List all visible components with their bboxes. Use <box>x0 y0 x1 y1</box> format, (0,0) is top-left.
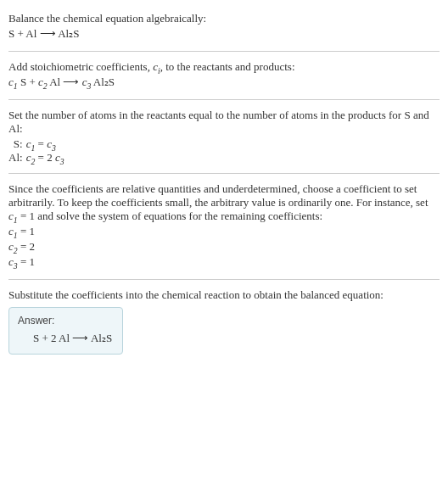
solve-text-a: Since the coefficients are relative quan… <box>8 182 428 209</box>
balance-equations: S: c1 = c3 Al: c2 = 2 c3 <box>8 137 70 165</box>
answer-label: Answer: <box>18 315 112 327</box>
coeff-text-a: Add stoichiometric coefficients, <box>8 60 153 73</box>
solve-c1: c1 <box>8 209 18 222</box>
solution-c2: c2 = 2 <box>8 240 440 254</box>
intro-text: Balance the chemical equation algebraica… <box>8 12 440 25</box>
c1: c1 <box>8 75 18 88</box>
table-row: S: c1 = c3 <box>8 137 70 151</box>
balance-text: Set the number of atoms in the reactants… <box>8 109 440 136</box>
r2: Al ⟶ <box>48 75 82 88</box>
section-intro: Balance the chemical equation algebraica… <box>8 3 440 52</box>
solution-c3: c3 = 1 <box>8 255 440 269</box>
section-result: Substitute the coefficients into the che… <box>8 280 440 363</box>
coeff-equation: c1 S + c2 Al ⟶ c3 Al₂S <box>8 75 440 89</box>
coeff-text-b: , to the reactants and products: <box>160 60 295 73</box>
balanced-equation: S + 2 Al ⟶ Al₂S <box>18 332 112 345</box>
section-coefficients: Add stoichiometric coefficients, ci, to … <box>8 52 440 100</box>
table-row: Al: c2 = 2 c3 <box>8 151 70 165</box>
r3: Al₂S <box>91 75 115 88</box>
section-solve: Since the coefficients are relative quan… <box>8 174 440 280</box>
row-label: S: <box>8 137 26 151</box>
coeff-text: Add stoichiometric coefficients, ci, to … <box>8 60 440 74</box>
result-text: Substitute the coefficients into the che… <box>8 288 440 302</box>
section-atom-balance: Set the number of atoms in the reactants… <box>8 100 440 174</box>
solution-c1: c1 = 1 <box>8 225 440 238</box>
solve-text-b: = 1 and solve the system of equations fo… <box>18 209 322 222</box>
unbalanced-equation: S + Al ⟶ Al₂S <box>8 27 440 41</box>
row-eq: c1 = c3 <box>26 137 70 151</box>
r1: S + <box>18 75 38 88</box>
answer-box: Answer: S + 2 Al ⟶ Al₂S <box>8 307 123 355</box>
row-eq: c2 = 2 c3 <box>26 151 70 165</box>
solve-text: Since the coefficients are relative quan… <box>8 182 440 223</box>
row-label: Al: <box>8 151 26 165</box>
c2: c2 <box>38 75 48 88</box>
c3: c3 <box>82 75 92 88</box>
coeff-ci: ci <box>153 60 160 73</box>
